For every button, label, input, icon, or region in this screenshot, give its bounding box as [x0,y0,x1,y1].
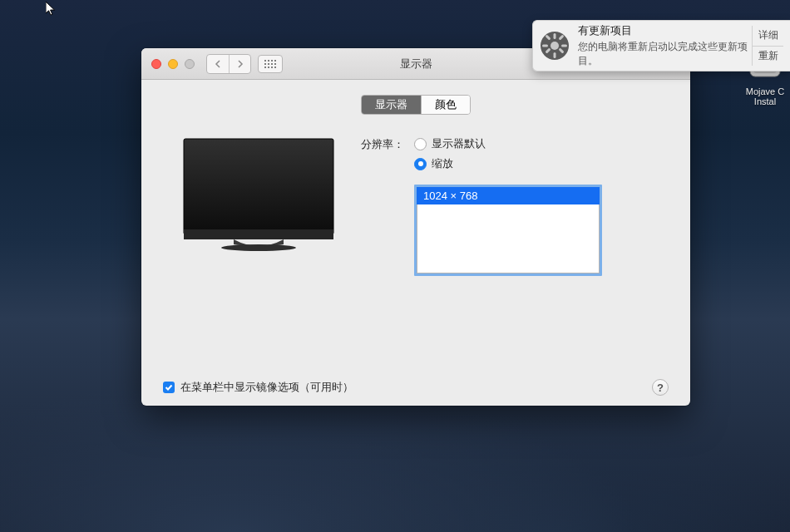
back-button[interactable] [207,55,229,73]
resolution-label: 分辨率： [361,136,404,152]
resolution-list[interactable]: 1024 × 768 [414,185,602,276]
monitor-illustration [163,136,338,276]
close-button[interactable] [151,59,161,69]
tab-color[interactable]: 颜色 [421,96,470,114]
monitor-icon [180,136,338,261]
check-icon [165,383,173,392]
grid-icon [264,60,276,68]
mirror-menubar-label: 在菜单栏中显示镜像选项（可用时） [180,380,353,395]
radio-default[interactable]: 显示器默认 [414,136,602,151]
desktop-icon-label-1: Mojave C [740,86,790,96]
nav-back-forward [206,54,251,74]
notification-details-button[interactable]: 详细 [753,26,783,46]
notification-restart-button[interactable]: 重新 [753,46,783,66]
svg-rect-7 [561,45,567,47]
radio-scaled-label: 缩放 [432,156,453,171]
update-notification[interactable]: 有更新项目 您的电脑将重新启动以完成这些更新项目。 详细 重新 [532,20,790,71]
svg-rect-5 [554,52,556,58]
mirror-menubar-checkbox[interactable] [163,382,175,393]
forward-button[interactable] [229,55,250,73]
notification-title: 有更新项目 [578,23,752,38]
traffic-lights [141,59,195,69]
resolution-option[interactable]: 1024 × 768 [417,187,600,204]
radio-default-label: 显示器默认 [432,136,486,151]
show-all-button[interactable] [258,55,283,73]
tab-display[interactable]: 显示器 [362,96,421,114]
svg-rect-15 [184,229,333,239]
svg-rect-6 [542,45,548,47]
window-content: 显示器 颜色 [141,80,690,406]
svg-rect-13 [184,139,333,234]
displays-window: 显示器 显示器 颜色 [141,48,690,406]
tab-bar: 显示器 颜色 [361,95,471,115]
help-button[interactable]: ? [652,379,669,396]
zoom-button[interactable] [185,59,195,69]
svg-point-16 [221,244,296,251]
notification-body: 您的电脑将重新启动以完成这些更新项目。 [578,40,752,68]
svg-rect-4 [554,33,556,39]
radio-scaled[interactable]: 缩放 [414,156,602,171]
minimize-button[interactable] [168,59,178,69]
chevron-right-icon [237,60,244,68]
chevron-left-icon [215,60,221,68]
gear-icon [540,31,570,61]
svg-point-3 [551,42,559,50]
desktop-icon-label-2: Instal [740,96,790,106]
cursor-pointer-icon [46,2,56,17]
